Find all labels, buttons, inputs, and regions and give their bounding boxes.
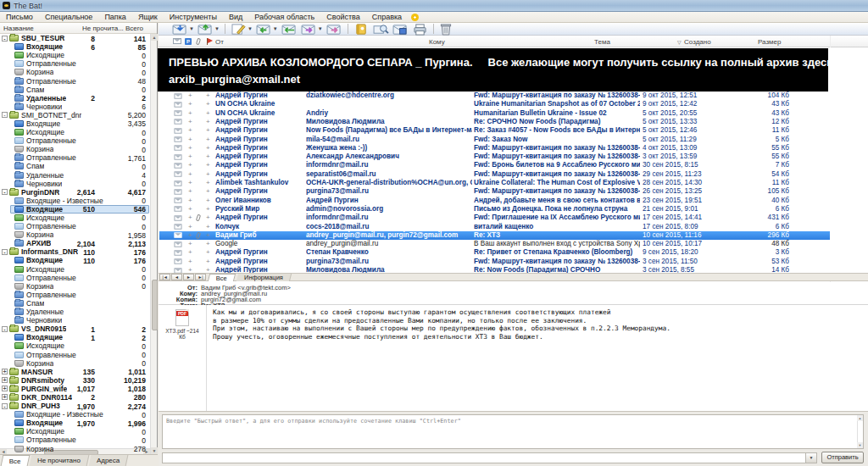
folder-row[interactable]: Исходящие0 (0, 214, 150, 222)
folder-row[interactable]: Удаленные (0, 308, 150, 316)
folder-row[interactable]: Отправленные0 (0, 136, 150, 145)
account-folder-row[interactable]: -SMI_BOTNET_dnr5,200 (0, 111, 150, 119)
folder-row[interactable]: Удаленные22 (0, 94, 150, 103)
folder-row[interactable]: Черновики6 (0, 103, 150, 111)
menu-item-4[interactable]: Ящик (132, 12, 164, 23)
account-folder-row[interactable]: +DNRsmiboty33010,219 (0, 376, 150, 385)
folder-row[interactable]: Исходящие0 (0, 128, 150, 136)
folder-row[interactable]: Отправленные (0, 291, 150, 299)
folder-row[interactable]: Отправленные0 (0, 222, 150, 230)
dropdown-caret-icon[interactable]: ▼ (248, 26, 253, 31)
combo-dropdown-icon[interactable]: ▼ (805, 453, 816, 463)
folder-row[interactable]: АРХИВ2,1042,113 (0, 239, 150, 247)
send-button[interactable]: Отправить (821, 452, 864, 463)
message-row[interactable]: ++Андрей ПургинЖенушка жена :-))Fwd: Мар… (159, 144, 830, 153)
folder-row[interactable]: Отправленные0 (0, 59, 150, 68)
new-message-button[interactable]: ▼ (229, 23, 254, 35)
menu-item-8[interactable]: Свойства (320, 12, 366, 23)
message-row[interactable]: ++Андрей ПургинМиловидова ЛюдмилаRe: Now… (159, 266, 830, 273)
column-size[interactable]: Размер (758, 38, 782, 46)
parked-column-icon[interactable]: P (185, 38, 192, 45)
tree-expand-icon[interactable]: - (2, 36, 8, 42)
column-subject[interactable]: Тема (594, 38, 610, 46)
search-mail-button[interactable] (371, 23, 391, 35)
folder-row[interactable]: Отправленные48 (0, 76, 150, 85)
menu-item-5[interactable]: Инструменты (164, 12, 223, 23)
folder-row[interactable]: Входящие685 (0, 42, 150, 51)
folder-tab-3[interactable]: Адреса (88, 455, 128, 466)
message-row[interactable]: ++Андрей Пургинmila-54@mail.ruFwd: Заказ… (159, 136, 830, 144)
message-row[interactable]: ++Андрей Пургинpurgina73@mail.ruFwd: Мар… (159, 187, 830, 196)
menu-item-6[interactable]: Вид (223, 12, 248, 23)
folder-tree-header[interactable]: Название Не прочита... Всего (0, 23, 157, 34)
dropdown-caret-icon[interactable]: ▼ (273, 26, 278, 31)
scroll-thumb[interactable] (152, 280, 158, 330)
folder-row[interactable]: Исходящие0 (0, 341, 150, 350)
folder-row[interactable]: Корзина0 (0, 282, 150, 291)
read-status-column-icon[interactable] (173, 38, 181, 46)
scroll-down-icon[interactable]: ▼ (857, 442, 863, 448)
message-row[interactable]: ++Андрей Пургинseparatist06@mail.ruFwd: … (159, 170, 830, 179)
folder-row[interactable]: Входящие - Известные адр...0 (0, 410, 150, 419)
attachment-column-icon[interactable] (197, 38, 200, 47)
scroll-up-icon[interactable]: ▲ (857, 415, 863, 421)
account-folder-row[interactable]: -Informants_DNR110176 (0, 247, 150, 256)
message-row[interactable]: ++Андрей ПургинАлександр АлександровичFw… (159, 153, 830, 161)
address-book-button[interactable] (352, 23, 371, 35)
message-row[interactable]: ++UN OCHA UkraineAndriyHumanitarian Bull… (159, 109, 830, 118)
folder-row[interactable]: Отправленные0 (0, 274, 150, 282)
last-message-button[interactable]: ►| (195, 274, 206, 280)
first-message-button[interactable]: |◄ (159, 274, 170, 280)
tree-expand-icon[interactable]: + (2, 369, 8, 374)
folder-row[interactable]: Исходящие0 (0, 427, 150, 435)
message-row[interactable]: ++Андрей ПургинМиловидова ЛюдмилаRe: СРО… (159, 118, 830, 126)
account-folder-row[interactable]: -DNR_PUH31,9702,274 (0, 402, 150, 410)
message-row-selected[interactable]: ++Вадим Грибandrey_purgin@mail.ru, purgi… (159, 231, 830, 240)
prev-message-button[interactable]: ◄ (171, 274, 182, 280)
message-row[interactable]: ++Googleandrey_purgin@mail.ruВ Ваш аккау… (159, 240, 830, 248)
folder-tab-1[interactable]: Все (1, 455, 31, 466)
menu-item-1[interactable]: Письмо (0, 12, 39, 23)
folder-row[interactable]: Входящие110176 (0, 256, 150, 264)
folder-row[interactable]: Корзина0 (0, 68, 150, 76)
scroll-up-icon[interactable]: ▲ (151, 34, 158, 41)
folder-row[interactable]: Корзина0 (0, 359, 150, 368)
message-row[interactable]: ++Олег ИванниковАндрей ПургинАндрей, доб… (159, 197, 830, 205)
pdf-attachment-icon[interactable] (175, 309, 189, 326)
print-button[interactable] (410, 23, 430, 35)
folder-tree-vscrollbar[interactable]: ▲ ▼ (150, 34, 157, 454)
menu-item-9[interactable]: Справка (366, 12, 408, 23)
folder-row[interactable]: Исходящие0 (0, 265, 150, 274)
quick-reply-scrollbar[interactable]: ▲ ▼ (857, 415, 863, 448)
folder-row[interactable]: Входящие12 (0, 333, 150, 341)
column-from[interactable]: От (215, 38, 224, 46)
folder-row[interactable]: Корзина0 (0, 145, 150, 153)
plugin-flower-icon[interactable] (411, 14, 419, 21)
folder-row[interactable]: Отправленные1,761 (0, 153, 150, 162)
redirect-button[interactable] (325, 23, 344, 35)
list-view-tab-2[interactable]: Информация (236, 274, 292, 281)
tree-expand-icon[interactable]: - (2, 249, 8, 255)
column-created[interactable]: Создано (684, 38, 711, 46)
account-folder-row[interactable]: -PurginDNR2,6144,617 (0, 188, 150, 197)
menu-item-3[interactable]: Папка (98, 12, 132, 23)
dropdown-caret-icon[interactable]: ▼ (189, 26, 194, 31)
folder-row[interactable]: Спам0 (0, 86, 150, 94)
folder-row[interactable]: Входящие510546 (0, 205, 150, 214)
column-unread[interactable]: Не прочита... (82, 25, 124, 32)
message-row[interactable]: ++Андрей Пургинinformdnr@mail.ruFwd: При… (159, 214, 830, 222)
dropdown-caret-icon[interactable]: ▼ (214, 26, 220, 31)
reply-all-button[interactable] (280, 23, 299, 35)
send-mail-button[interactable]: ▼ (196, 23, 221, 35)
message-row[interactable]: ++Русский Мирadmin@novorossia.orgПисьмо … (159, 205, 830, 214)
folder-row[interactable]: Спам0 (0, 162, 150, 170)
save-mail-button[interactable] (391, 23, 410, 35)
folder-row[interactable]: Черновики0 (0, 180, 150, 188)
folder-row[interactable]: Черновики (0, 316, 150, 325)
folder-row[interactable]: Входящие3,435 (0, 119, 150, 128)
tree-expand-icon[interactable]: + (2, 394, 8, 400)
message-list-header[interactable]: P От Кому Тема ▽ Создано Размер (159, 36, 868, 47)
scroll-down-icon[interactable]: ▼ (151, 447, 158, 454)
message-row[interactable]: ++Андрей ПургинNow Foods (Парадигма) все… (159, 126, 830, 135)
folder-row[interactable]: Исходящие0 (0, 51, 150, 59)
